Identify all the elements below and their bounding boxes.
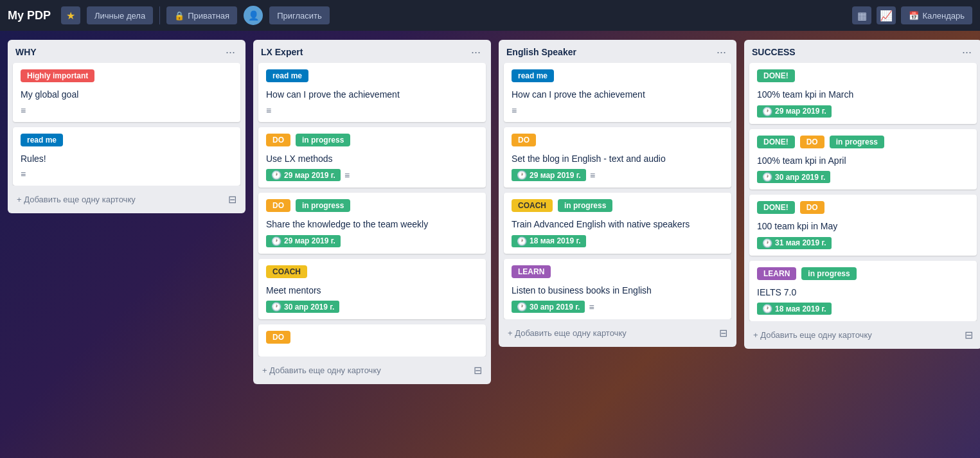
avatar[interactable]: 👤 [244,6,263,25]
grid-icon-button[interactable]: ▦ [852,6,871,24]
card-icons-row: 🕐30 апр 2019 г. [266,301,478,313]
card-text: My global goal [21,89,233,101]
personal-label: Личные дела [94,11,145,21]
add-card-button[interactable]: + Добавить еще одну карточку [749,328,957,342]
card-tag: DO [800,136,824,148]
card-text: Set the blog in English - text and audio [512,153,724,166]
personal-button[interactable]: Личные дела [87,6,153,24]
card[interactable]: DO [258,324,486,357]
card-icons-row: ≡ [512,105,724,116]
add-card-button[interactable]: + Добавить еще одну карточку [13,192,220,207]
header-right: ▦ 📈 📅 Календарь [852,6,972,24]
card-tag: DO [266,199,290,212]
card-tag: DO [800,201,824,214]
card-tag: read me [21,134,63,146]
card-tag: DO [266,331,290,344]
tags-row: DONE!DOin progress [757,136,969,152]
card-tag: DONE! [757,201,795,214]
private-label: Приватная [188,11,229,21]
app-title: My PDP [8,9,51,22]
clock-icon: 🕐 [271,236,281,246]
card[interactable]: DONE!DOin progress100% team kpi in April… [749,129,977,190]
date-badge: 🕐29 мар 2019 г. [266,235,341,247]
card[interactable]: read meHow can I prove the achievement≡ [504,63,731,122]
lock-icon: 🔒 [174,11,184,21]
private-button[interactable]: 🔒 Приватная [166,6,237,24]
description-icon: ≡ [344,170,350,181]
clock-icon: 🕐 [762,238,772,248]
tags-row: DOin progress [266,134,478,150]
tags-row: LEARN [512,265,724,282]
card-text: 100% team kpi in March [757,89,969,101]
card-icons-row: 🕐29 мар 2019 г. [266,235,478,247]
tags-row: LEARNin progress [757,267,969,284]
column-footer: + Добавить еще одну карточку⊟ [253,357,491,384]
calendar-label: Календарь [922,11,965,21]
column-menu-button[interactable]: ··· [223,46,238,58]
description-icon: ≡ [512,105,517,116]
column-menu-button[interactable]: ··· [959,46,974,58]
add-template-button[interactable]: ⊟ [224,191,240,208]
tags-row: DO [266,331,478,348]
date-badge: 🕐30 апр 2019 г. [757,171,830,183]
column-title: English Speaker [506,47,576,57]
card-tag: LEARN [757,267,796,280]
star-button[interactable]: ★ [61,6,80,24]
card[interactable]: Highly importantMy global goal≡ [13,63,240,122]
column-cards: read meHow can I prove the achievement≡D… [253,63,491,357]
column-menu-button[interactable]: ··· [468,46,483,58]
tags-row: read me [21,134,233,150]
card[interactable]: DONE!100% team kpi in March🕐29 мар 2019 … [749,63,977,124]
clock-icon: 🕐 [762,304,772,313]
card-tag: read me [512,69,554,82]
card[interactable]: LEARNListen to business books in English… [504,259,731,320]
tags-row: DONE! [757,69,969,86]
description-icon: ≡ [590,170,595,181]
card[interactable]: read meRules!≡ [13,127,240,186]
card[interactable]: COACHMeet mentors🕐30 апр 2019 г. [258,259,486,320]
date-badge: 🕐30 апр 2019 г. [512,301,585,313]
card[interactable]: DOSet the blog in English - text and aud… [504,127,731,188]
column-title: SUCCESS [752,47,796,57]
add-template-button[interactable]: ⊟ [470,362,486,379]
card[interactable]: DOin progressShare the knowledge to the … [258,193,486,254]
card-text: IELTS 7.0 [757,286,969,299]
clock-icon: 🕐 [762,107,772,116]
invite-button[interactable]: Пригласить [269,6,330,24]
card[interactable]: DONE!DO100 team kpi in May🕐31 мая 2019 г… [749,195,977,256]
card-text: 100 team kpi in May [757,220,969,233]
add-card-button[interactable]: + Добавить еще одну карточку [258,363,466,378]
tags-row: COACH [266,265,478,282]
add-card-button[interactable]: + Добавить еще одну карточку [504,326,711,340]
tags-row: DONE!DO [757,201,969,218]
card-icons-row: 🕐30 апр 2019 г.≡ [512,301,724,313]
card[interactable]: LEARNin progressIELTS 7.0🕐18 мая 2019 г. [749,261,977,322]
tags-row: read me [512,69,724,86]
card[interactable]: DOin progressUse LX methods🕐29 мар 2019 … [258,127,486,188]
add-template-button[interactable]: ⊟ [715,324,731,342]
column-cards: read meHow can I prove the achievement≡D… [499,63,736,319]
column: LX Expert···read meHow can I prove the a… [253,40,491,384]
card[interactable]: COACHin progressTrain Advanced English w… [504,193,731,254]
card-text: Train Advanced English with native speak… [512,218,724,231]
date-badge: 🕐18 мая 2019 г. [757,303,832,315]
column-footer: + Добавить еще одну карточку⊟ [744,321,980,349]
card-tag: DO [512,134,536,146]
clock-icon: 🕐 [517,170,527,180]
card-icons-row: 🕐31 мая 2019 г. [757,237,969,249]
column: English Speaker···read meHow can I prove… [499,40,736,347]
chart-icon-button[interactable]: 📈 [877,6,896,24]
column-cards: DONE!100% team kpi in March🕐29 мар 2019 … [744,63,980,321]
card[interactable]: read meHow can I prove the achievement≡ [258,63,486,122]
column-menu-button[interactable]: ··· [714,46,729,58]
board: WHY···Highly importantMy global goal≡rea… [0,31,980,458]
date-badge: 🕐18 мая 2019 г. [512,235,586,247]
card-tag: in progress [830,136,884,148]
date-badge: 🕐30 апр 2019 г. [266,301,339,313]
card-icons-row: 🕐18 мая 2019 г. [512,235,724,247]
calendar-button[interactable]: 📅 Календарь [901,6,972,24]
column-header: SUCCESS··· [744,40,980,63]
card-text: Meet mentors [266,285,478,297]
add-template-button[interactable]: ⊟ [961,326,977,344]
card-tag: COACH [266,265,307,278]
